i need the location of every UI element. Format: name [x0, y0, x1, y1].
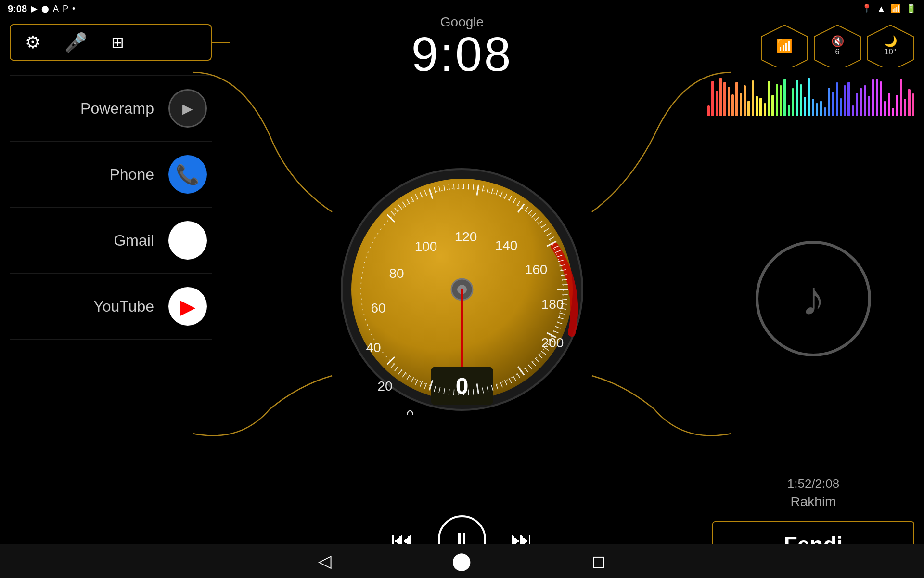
eq-bar	[904, 99, 906, 116]
svg-text:0: 0	[456, 373, 469, 399]
toolbar: ⚙ 🎤 ⊞	[10, 24, 212, 61]
speedometer: 0 20 40 60 80 100 120 140 160 180 200 0	[337, 64, 587, 515]
eq-bar	[723, 82, 726, 116]
eq-bar	[840, 98, 842, 116]
signal-status-icon: 📶	[890, 3, 901, 14]
music-icon-area: ♪	[703, 120, 924, 476]
app-list: Poweramp ▶ Phone 📞 Gmail ✉ YouTube ▶	[0, 66, 221, 530]
eq-bar	[780, 85, 782, 116]
settings-icon[interactable]: ⚙	[25, 32, 40, 53]
center-panel: Google 9:08	[221, 0, 703, 578]
eq-bar	[716, 91, 718, 116]
eq-bar	[856, 93, 858, 116]
svg-text:0: 0	[406, 407, 414, 415]
circle-icon: ⬤	[41, 5, 49, 13]
eq-bar	[732, 94, 734, 116]
right-panel: 📶 🔇 6 🌙 10° ♪ 1:52/2:08 Rakhim	[703, 0, 924, 578]
eq-bar	[752, 80, 754, 116]
location-icon: 📍	[861, 3, 872, 14]
gmail-icon-circle: ✉	[168, 221, 207, 260]
play-icon: ▶	[31, 3, 38, 14]
svg-text:20: 20	[377, 379, 392, 394]
nav-bar: ◁ ⬤ ◻	[0, 544, 924, 578]
home-button[interactable]: ⬤	[452, 551, 471, 571]
signal-icon: 🔇	[831, 35, 844, 48]
eq-bar	[740, 93, 742, 116]
eq-bar	[896, 95, 898, 116]
eq-bar	[888, 93, 890, 116]
dot-icon: •	[72, 4, 75, 14]
wifi-hex-icon[interactable]: 📶	[760, 24, 808, 67]
svg-text:60: 60	[371, 301, 385, 315]
equalizer	[707, 77, 914, 116]
app-item-phone[interactable]: Phone 📞	[10, 142, 212, 208]
phone-icon-circle: 📞	[168, 155, 207, 194]
app-item-gmail[interactable]: Gmail ✉	[10, 208, 212, 274]
eq-bar	[868, 96, 870, 116]
eq-bar	[836, 82, 838, 116]
back-button[interactable]: ◁	[318, 551, 332, 571]
eq-bar	[744, 85, 746, 116]
top-right-icons: 📶 🔇 6 🌙 10°	[703, 24, 914, 67]
eq-bar	[776, 84, 778, 116]
signal-label: 6	[835, 48, 840, 56]
youtube-icon-circle: ▶	[168, 287, 207, 326]
eq-bar	[711, 81, 714, 116]
svg-line-37	[468, 184, 469, 189]
left-panel: ⚙ 🎤 ⊞ Poweramp ▶ Phone 📞 Gmail ✉	[0, 0, 221, 578]
eq-bar	[828, 88, 830, 116]
eq-bar	[735, 82, 738, 116]
eq-bar	[796, 80, 798, 116]
eq-bar	[860, 88, 862, 116]
eq-bar	[844, 85, 846, 116]
eq-bar	[771, 95, 774, 116]
eq-bar	[707, 105, 710, 116]
music-note-symbol: ♪	[801, 271, 825, 326]
app-item-youtube[interactable]: YouTube ▶	[10, 274, 212, 340]
eq-bar	[808, 78, 810, 116]
eq-bar	[756, 96, 758, 116]
app-label-gmail: Gmail	[114, 232, 154, 250]
battery-icon: 🔋	[906, 3, 916, 14]
eq-bar	[908, 89, 910, 116]
svg-line-70	[562, 294, 568, 295]
wifi-status-icon: ▲	[877, 4, 886, 14]
eq-bar	[832, 92, 834, 116]
svg-text:120: 120	[455, 229, 477, 244]
eq-bar	[800, 84, 802, 116]
eq-bar	[852, 105, 854, 116]
svg-line-68	[562, 285, 568, 285]
recent-apps-button[interactable]: ◻	[591, 551, 606, 571]
status-right-icons: 📍 ▲ 📶 🔋	[861, 3, 916, 14]
track-time: 1:52/2:08	[703, 476, 924, 491]
eq-bar	[768, 81, 770, 116]
app-label-youtube: YouTube	[93, 298, 154, 315]
p-icon: P	[63, 4, 68, 14]
eq-bar	[804, 97, 806, 116]
weather-label: 10°	[885, 48, 896, 56]
microphone-icon[interactable]: 🎤	[64, 32, 87, 53]
status-bar: 9:08 ▶ ⬤ A P • 📍 ▲ 📶 🔋	[0, 0, 924, 17]
weather-hex-icon[interactable]: 🌙 10°	[866, 24, 914, 67]
eq-bar	[847, 82, 850, 116]
music-note-icon: ♪	[756, 241, 871, 356]
track-artist: Rakhim	[703, 494, 924, 510]
eq-bar	[783, 79, 786, 116]
svg-text:140: 140	[495, 238, 518, 253]
eq-bar	[900, 79, 902, 116]
eq-bar	[892, 108, 894, 116]
app-item-poweramp[interactable]: Poweramp ▶	[10, 75, 212, 142]
poweramp-play-button[interactable]: ▶	[168, 89, 207, 128]
svg-text:160: 160	[525, 262, 548, 277]
eq-bar	[792, 88, 794, 116]
svg-text:180: 180	[541, 297, 564, 312]
eq-bar	[880, 81, 882, 116]
eq-bar	[876, 79, 878, 116]
eq-bar	[788, 105, 790, 116]
svg-text:80: 80	[389, 266, 404, 281]
grid-icon[interactable]: ⊞	[111, 33, 124, 52]
signal-hex-icon[interactable]: 🔇 6	[813, 24, 861, 67]
track-info: 1:52/2:08 Rakhim	[703, 476, 924, 516]
svg-line-101	[468, 390, 469, 395]
eq-bar	[912, 93, 914, 116]
